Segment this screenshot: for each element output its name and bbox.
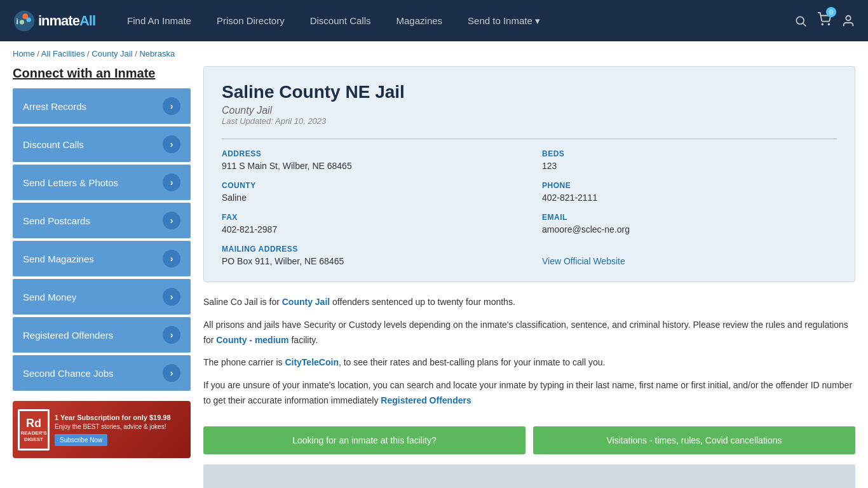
phone-value: 402-821-2111: [542, 193, 837, 203]
desc-p2: All prisons and jails have Security or C…: [203, 318, 855, 348]
nav-discount-calls[interactable]: Discount Calls: [297, 0, 384, 41]
svg-point-8: [828, 24, 829, 25]
sidebar-item-registered-offenders[interactable]: Registered Offenders ›: [13, 317, 191, 353]
facility-card: Saline County NE Jail County Jail Last U…: [203, 66, 855, 282]
description: Saline Co Jail is for County Jail offend…: [203, 295, 855, 426]
nav-right: 0: [794, 12, 855, 29]
email-label: EMAIL: [542, 213, 837, 222]
email-value: amoore@sclec-ne.org: [542, 224, 837, 234]
page-layout: Connect with an Inmate Arrest Records › …: [0, 66, 868, 488]
nav-send-to-inmate[interactable]: Send to Inmate ▾: [455, 0, 553, 41]
ad-subscribe-button[interactable]: Subscribe Now: [55, 434, 107, 446]
sidebar-item-send-postcards[interactable]: Send Postcards ›: [13, 203, 191, 238]
ad-line2: Enjoy the BEST stories, advice & jokes!: [55, 423, 186, 431]
website-link[interactable]: View Official Website: [542, 256, 625, 266]
sidebar-item-label: Send Money: [23, 292, 76, 302]
detail-address: ADDRESS 911 S Main St, Wilber, NE 68465: [222, 149, 517, 171]
sidebar-item-label: Send Postcards: [23, 215, 90, 226]
navigation: i inmateAll Find An Inmate Prison Direct…: [0, 0, 868, 41]
sidebar-item-label: Arrest Records: [23, 101, 86, 112]
sidebar-item-discount-calls[interactable]: Discount Calls ›: [13, 126, 191, 162]
registered-offenders-link[interactable]: Registered Offenders: [381, 395, 471, 405]
arrow-icon: ›: [163, 250, 180, 268]
address-label: ADDRESS: [222, 149, 517, 158]
citytelecoin-link[interactable]: CityTeleCoin: [285, 357, 339, 367]
logo-all: All: [79, 13, 95, 29]
sidebar-item-label: Send Magazines: [23, 254, 94, 264]
county-medium-link[interactable]: County - medium: [216, 335, 288, 345]
nav-links: Find An Inmate Prison Directory Discount…: [114, 0, 794, 41]
county-value: Saline: [222, 193, 517, 203]
mailing-label: MAILING ADDRESS: [222, 245, 517, 254]
county-label: COUNTY: [222, 181, 517, 190]
user-icon: [841, 14, 855, 28]
logo-icon: i: [13, 10, 36, 32]
sidebar-title: Connect with an Inmate: [13, 66, 191, 81]
ad-banner: Rd READER'SDIGEST 1 Year Subscription fo…: [13, 401, 191, 458]
nav-find-inmate[interactable]: Find An Inmate: [114, 0, 204, 41]
arrow-icon: ›: [163, 173, 180, 191]
detail-email: EMAIL amoore@sclec-ne.org: [542, 213, 837, 234]
cart-button[interactable]: 0: [817, 12, 831, 29]
sidebar-item-arrest-records[interactable]: Arrest Records ›: [13, 88, 191, 124]
breadcrumb-home[interactable]: Home: [13, 49, 35, 58]
logo-text: inmateAll: [38, 13, 95, 29]
arrow-icon: ›: [163, 97, 180, 115]
facility-name: Saline County NE Jail: [222, 82, 837, 102]
sidebar-item-send-money[interactable]: Send Money ›: [13, 279, 191, 315]
arrow-icon: ›: [163, 212, 180, 229]
detail-mailing: MAILING ADDRESS PO Box 911, Wilber, NE 6…: [222, 245, 517, 266]
address-value: 911 S Main St, Wilber, NE 68465: [222, 161, 517, 171]
search-button[interactable]: [794, 15, 807, 27]
beds-label: BEDS: [542, 149, 837, 158]
detail-website: WEBSITE View Official Website: [542, 245, 837, 266]
sidebar-item-send-letters[interactable]: Send Letters & Photos ›: [13, 165, 191, 200]
desc-p4: If you are unsure of your inmate's locat…: [203, 378, 855, 409]
desc-p3: The phone carrier is CityTeleCoin, to se…: [203, 355, 855, 370]
action-buttons: Looking for an inmate at this facility? …: [203, 426, 855, 454]
sidebar: Connect with an Inmate Arrest Records › …: [13, 66, 191, 488]
desc-p1: Saline Co Jail is for County Jail offend…: [203, 295, 855, 310]
search-icon: [794, 15, 807, 27]
sidebar-item-label: Discount Calls: [23, 139, 84, 150]
map-placeholder: Map loading...: [203, 464, 855, 488]
nav-magazines[interactable]: Magazines: [384, 0, 456, 41]
arrow-icon: ›: [163, 288, 180, 306]
beds-value: 123: [542, 161, 837, 171]
sidebar-item-label: Registered Offenders: [23, 330, 113, 341]
main-content: Saline County NE Jail County Jail Last U…: [203, 66, 855, 488]
visitations-button[interactable]: Visitations - times, rules, Covid cancel…: [533, 426, 855, 454]
sidebar-item-send-magazines[interactable]: Send Magazines ›: [13, 241, 191, 276]
svg-text:i: i: [16, 17, 18, 26]
detail-fax: FAX 402-821-2987: [222, 213, 517, 234]
sidebar-item-label: Second Chance Jobs: [23, 368, 114, 379]
logo[interactable]: i inmateAll: [13, 10, 95, 32]
facility-details: ADDRESS 911 S Main St, Wilber, NE 68465 …: [222, 139, 837, 266]
sidebar-item-second-chance-jobs[interactable]: Second Chance Jobs ›: [13, 355, 191, 391]
breadcrumb-all-facilities[interactable]: All Facilities: [41, 49, 85, 58]
detail-county: COUNTY Saline: [222, 181, 517, 203]
svg-point-9: [846, 15, 850, 20]
ad-logo: Rd READER'SDIGEST: [18, 409, 50, 451]
detail-phone: PHONE 402-821-2111: [542, 181, 837, 203]
svg-point-5: [796, 17, 804, 24]
arrow-icon: ›: [163, 326, 180, 344]
mailing-value: PO Box 911, Wilber, NE 68465: [222, 256, 517, 266]
breadcrumb-state[interactable]: Nebraska: [139, 49, 175, 58]
looking-for-inmate-button[interactable]: Looking for an inmate at this facility?: [203, 426, 526, 454]
facility-type: County Jail: [222, 105, 837, 116]
ad-line1: 1 Year Subscription for only $19.98: [55, 413, 186, 423]
svg-point-3: [27, 17, 31, 22]
account-button[interactable]: [841, 14, 855, 28]
svg-point-4: [20, 20, 24, 24]
breadcrumb: Home / All Facilities / County Jail / Ne…: [0, 41, 868, 66]
county-jail-link[interactable]: County Jail: [282, 297, 330, 307]
nav-prison-directory[interactable]: Prison Directory: [204, 0, 297, 41]
sidebar-item-label: Send Letters & Photos: [23, 177, 118, 188]
phone-label: PHONE: [542, 181, 837, 190]
svg-line-6: [803, 23, 806, 26]
sidebar-menu: Arrest Records › Discount Calls › Send L…: [13, 88, 191, 391]
breadcrumb-county-jail[interactable]: County Jail: [92, 49, 132, 58]
arrow-icon: ›: [163, 364, 180, 382]
fax-label: FAX: [222, 213, 517, 222]
